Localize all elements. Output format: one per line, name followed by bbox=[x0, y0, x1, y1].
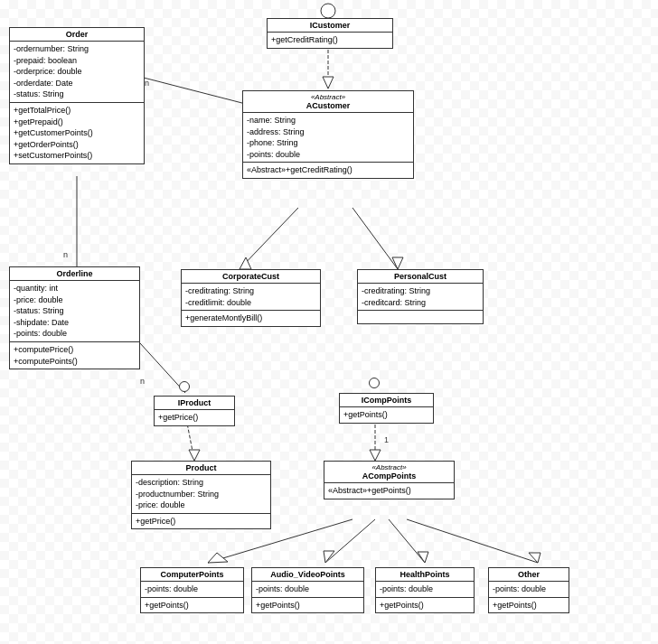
AudioVideoPoints-box: Audio_VideoPoints -points: double +getPo… bbox=[251, 567, 364, 613]
CorporateCust-title: CorporateCust bbox=[182, 270, 320, 284]
ACustomer-title: «Abstract» ACustomer bbox=[243, 91, 413, 113]
ICompPoints-title: ICompPoints bbox=[340, 394, 433, 407]
ACompPoints-title: «Abstract» ACompPoints bbox=[324, 462, 454, 483]
svg-text:n: n bbox=[140, 377, 145, 386]
CorporateCust-attrs: -creditrating: String -creditlimit: doub… bbox=[182, 284, 320, 311]
HealthPoints-title: HealthPoints bbox=[376, 568, 474, 582]
PersonalCust-title: PersonalCust bbox=[358, 270, 483, 284]
svg-marker-19 bbox=[324, 551, 334, 563]
ICompPoints-circle bbox=[369, 378, 380, 388]
ICompPoints-methods: +getPoints() bbox=[340, 407, 433, 423]
ICompPoints-box: ICompPoints +getPoints() bbox=[339, 393, 434, 424]
Orderline-title: Orderline bbox=[10, 267, 139, 281]
svg-line-18 bbox=[325, 519, 375, 563]
Product-box: Product -description: String -productnum… bbox=[131, 461, 271, 529]
svg-marker-21 bbox=[418, 552, 428, 563]
ICustomer-title: ICustomer bbox=[268, 19, 392, 33]
svg-line-22 bbox=[407, 519, 538, 563]
HealthPoints-box: HealthPoints -points: double +getPoints(… bbox=[375, 567, 475, 613]
AudioVideoPoints-title: Audio_VideoPoints bbox=[252, 568, 363, 582]
Orderline-methods: +computePrice() +computePoints() bbox=[10, 342, 139, 369]
ComputerPoints-methods: +getPoints() bbox=[141, 598, 243, 613]
svg-marker-15 bbox=[370, 450, 381, 461]
IProduct-circle bbox=[179, 381, 190, 392]
Order-box: Order -ordernumber: String -prepaid: boo… bbox=[9, 27, 145, 164]
Order-methods: +getTotalPrice() +getPrepaid() +getCusto… bbox=[10, 103, 144, 163]
CorporateCust-box: CorporateCust -creditrating: String -cre… bbox=[181, 269, 321, 327]
svg-text:1: 1 bbox=[384, 435, 389, 444]
svg-text:n: n bbox=[145, 79, 149, 88]
svg-marker-9 bbox=[240, 257, 251, 269]
ACustomer-methods: «Abstract»+getCreditRating() bbox=[243, 163, 413, 178]
svg-marker-17 bbox=[208, 553, 228, 563]
Other-methods: +getPoints() bbox=[489, 598, 569, 613]
ICustomer-box: ICustomer +getCreditRating() bbox=[267, 18, 393, 49]
Order-title: Order bbox=[10, 28, 144, 42]
AudioVideoPoints-methods: +getPoints() bbox=[252, 598, 363, 613]
svg-text:n: n bbox=[63, 250, 68, 259]
ACustomer-attrs: -name: String -address: String -phone: S… bbox=[243, 113, 413, 163]
HealthPoints-attrs: -points: double bbox=[376, 582, 474, 598]
ComputerPoints-attrs: -points: double bbox=[141, 582, 243, 598]
IProduct-title: IProduct bbox=[155, 397, 234, 410]
svg-marker-11 bbox=[392, 257, 403, 269]
Product-methods: +getPrice() bbox=[132, 514, 270, 529]
Order-attrs: -ordernumber: String -prepaid: boolean -… bbox=[10, 42, 144, 103]
Orderline-attrs: -quantity: int -price: double -status: S… bbox=[10, 281, 139, 342]
ICustomer-methods: +getCreditRating() bbox=[268, 33, 392, 48]
CorporateCust-methods: +generateMontlyBill() bbox=[182, 311, 320, 326]
Other-title: Other bbox=[489, 568, 569, 582]
svg-marker-23 bbox=[529, 553, 540, 563]
IProduct-box: IProduct +getPrice() bbox=[154, 396, 235, 426]
PersonalCust-box: PersonalCust -creditrating: String -cred… bbox=[357, 269, 484, 324]
Product-attrs: -description: String -productnumber: Str… bbox=[132, 475, 270, 514]
Orderline-box: Orderline -quantity: int -price: double … bbox=[9, 266, 140, 369]
HealthPoints-methods: +getPoints() bbox=[376, 598, 474, 613]
Product-title: Product bbox=[132, 462, 270, 475]
AudioVideoPoints-attrs: -points: double bbox=[252, 582, 363, 598]
ACompPoints-box: «Abstract» ACompPoints «Abstract»+getPoi… bbox=[324, 461, 455, 499]
svg-point-25 bbox=[321, 4, 335, 18]
diagram-container: n n n 1 bbox=[0, 0, 658, 644]
svg-line-8 bbox=[240, 208, 298, 269]
svg-marker-13 bbox=[189, 450, 200, 461]
svg-line-10 bbox=[352, 208, 398, 269]
svg-marker-7 bbox=[323, 77, 334, 89]
PersonalCust-attrs: -creditrating: String -creditcard: Strin… bbox=[358, 284, 483, 311]
IProduct-methods: +getPrice() bbox=[155, 410, 234, 425]
Other-box: Other -points: double +getPoints() bbox=[488, 567, 569, 613]
Other-attrs: -points: double bbox=[489, 582, 569, 598]
PersonalCust-methods bbox=[358, 311, 483, 323]
ACompPoints-methods: «Abstract»+getPoints() bbox=[324, 483, 454, 499]
svg-line-20 bbox=[389, 519, 425, 563]
ACustomer-box: «Abstract» ACustomer -name: String -addr… bbox=[242, 90, 414, 179]
ComputerPoints-box: ComputerPoints -points: double +getPoint… bbox=[140, 567, 244, 613]
ComputerPoints-title: ComputerPoints bbox=[141, 568, 243, 582]
